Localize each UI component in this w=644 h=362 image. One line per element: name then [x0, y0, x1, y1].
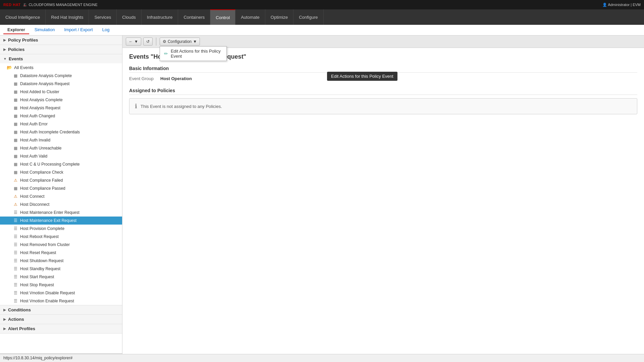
- main-nav: Cloud Intelligence Red Hat Insights Serv…: [0, 9, 644, 25]
- sidebar-item-host-vmotion-enable-request[interactable]: ☰ Host Vmotion Enable Request: [0, 297, 122, 305]
- info-table: Event Group Host Operation: [129, 76, 637, 81]
- sidebar-item-host-added-to-cluster[interactable]: ▦ Host Added to Cluster: [0, 88, 122, 96]
- sidebar-item-host-auth-invalid[interactable]: ▦ Host Auth Invalid: [0, 136, 122, 144]
- config-arrow: ▼: [193, 39, 197, 44]
- main-layout: ▶ Policy Profiles ▶ Policies ▼ Events 📂 …: [0, 36, 644, 362]
- back-button[interactable]: ← ▼: [126, 38, 141, 46]
- sidebar-header-policy-profiles[interactable]: ▶ Policy Profiles: [0, 36, 122, 45]
- sidebar-item-host-cu-processing-complete[interactable]: ▦ Host C & U Processing Complete: [0, 160, 122, 168]
- nav-automate[interactable]: Automate: [235, 9, 265, 25]
- sidebar-item-host-auth-incomplete-credentials[interactable]: ▦ Host Auth Incomplete Credentials: [0, 128, 122, 136]
- tab-import-export[interactable]: Import / Export: [60, 26, 97, 34]
- sidebar-header-events[interactable]: ▼ Events: [0, 54, 122, 63]
- chevron-right-icon-alert-profiles: ▶: [3, 327, 6, 330]
- refresh-button[interactable]: ↺: [143, 38, 153, 46]
- sidebar-item-host-reboot-request[interactable]: ☰ Host Reboot Request: [0, 233, 122, 241]
- event-icon: ▦: [13, 162, 18, 167]
- conditions-label: Conditions: [8, 307, 31, 312]
- sidebar-item-datastore-analysis-complete[interactable]: ▦ Datastore Analysis Complete: [0, 72, 122, 80]
- user-icon: 👤: [602, 3, 607, 7]
- event-group-value: Host Operation: [160, 76, 192, 81]
- sidebar-header-conditions[interactable]: ▶ Conditions: [0, 305, 122, 314]
- sidebar-header-actions[interactable]: ▶ Actions: [0, 315, 122, 324]
- config-label: Configuration: [168, 39, 192, 44]
- sidebar-item-host-maintenance-enter-request[interactable]: ☰ Host Maintenance Enter Request: [0, 208, 122, 217]
- menu-item-edit-actions[interactable]: ✏ Edit Actions for this Policy Event: [160, 47, 226, 61]
- sidebar-item-host-provision-complete[interactable]: ☰ Host Provision Complete: [0, 225, 122, 233]
- warning-icon: ⚠: [13, 194, 18, 199]
- event-icon: ▦: [13, 121, 18, 127]
- item-label: Host Auth Valid: [20, 154, 47, 159]
- sidebar-header-policies[interactable]: ▶ Policies: [0, 45, 122, 54]
- event-icon: ▦: [13, 154, 18, 159]
- sidebar-item-host-connect[interactable]: ⚠ Host Connect: [0, 192, 122, 200]
- sidebar-item-host-compliance-passed[interactable]: ▦ Host Compliance Passed: [0, 184, 122, 192]
- sidebar-item-host-reset-request[interactable]: ☰ Host Reset Request: [0, 249, 122, 257]
- sidebar-item-host-shutdown-request[interactable]: ☰ Host Shutdown Request: [0, 257, 122, 265]
- event-icon: ▦: [13, 145, 18, 151]
- all-events-group[interactable]: 📂 All Events: [0, 63, 122, 72]
- nav-infrastructure[interactable]: Infrastructure: [142, 9, 178, 25]
- sidebar-item-host-vmotion-disable-request[interactable]: ☰ Host Vmotion Disable Request: [0, 289, 122, 297]
- back-icon: ←: [129, 39, 133, 44]
- item-label: Host Auth Unreachable: [20, 146, 61, 150]
- sidebar-item-host-compliance-check[interactable]: ▦ Host Compliance Check: [0, 168, 122, 176]
- sidebar-item-host-removed-from-cluster[interactable]: ☰ Host Removed from Cluster: [0, 241, 122, 249]
- sidebar-item-host-maintenance-exit-request[interactable]: ☰ Host Maintenance Exit Request: [0, 217, 122, 225]
- list-icon-selected: ☰: [13, 218, 18, 223]
- tab-explorer[interactable]: Explorer: [3, 26, 29, 34]
- sidebar-section-policy-profiles: ▶ Policy Profiles: [0, 36, 122, 45]
- item-label: Datastore Analysis Request: [20, 81, 69, 86]
- sidebar-item-host-auth-valid[interactable]: ▦ Host Auth Valid: [0, 152, 122, 160]
- chevron-right-icon: ▶: [3, 38, 6, 42]
- nav-containers[interactable]: Containers: [178, 9, 210, 25]
- back-arrow: ▼: [134, 39, 138, 44]
- sidebar-item-host-auth-unreachable[interactable]: ▦ Host Auth Unreachable: [0, 144, 122, 152]
- sidebar-section-policies: ▶ Policies: [0, 45, 122, 54]
- item-label: Host Vmotion Disable Request: [20, 291, 75, 295]
- sidebar-item-host-analysis-request[interactable]: ▦ Host Analysis Request: [0, 104, 122, 112]
- actions-label: Actions: [8, 317, 24, 322]
- nav-cloud-intelligence[interactable]: Cloud Intelligence: [0, 9, 46, 25]
- event-icon: ▦: [13, 170, 18, 175]
- nav-optimize[interactable]: Optimize: [265, 9, 293, 25]
- event-icon: ▦: [13, 73, 18, 78]
- sidebar-header-alert-profiles[interactable]: ▶ Alert Profiles: [0, 324, 122, 333]
- nav-clouds[interactable]: Clouds: [117, 9, 141, 25]
- nav-configure[interactable]: Configure: [293, 9, 323, 25]
- sidebar-item-host-auth-changed[interactable]: ▦ Host Auth Changed: [0, 112, 122, 120]
- item-label: Host Maintenance Enter Request: [20, 210, 79, 215]
- sidebar-item-host-disconnect[interactable]: ⚠ Host Disconnect: [0, 200, 122, 208]
- policies-label: Policies: [8, 47, 24, 52]
- sidebar-item-host-stop-request[interactable]: ☰ Host Stop Request: [0, 281, 122, 289]
- sidebar-item-host-auth-error[interactable]: ▦ Host Auth Error: [0, 120, 122, 128]
- event-icon: ▦: [13, 186, 18, 191]
- warning-icon: ⚠: [13, 178, 18, 183]
- hat-icon: 🎩: [23, 3, 27, 7]
- list-icon: ☰: [13, 226, 18, 231]
- sidebar-item-host-analysis-complete[interactable]: ▦ Host Analysis Complete: [0, 96, 122, 104]
- nav-control[interactable]: Control: [210, 9, 235, 25]
- tab-simulation[interactable]: Simulation: [31, 26, 59, 34]
- sidebar-item-host-start-request[interactable]: ☰ Host Start Request: [0, 273, 122, 281]
- item-label: Host Removed from Cluster: [20, 242, 70, 247]
- nav-red-hat-insights[interactable]: Red Hat Insights: [46, 9, 89, 25]
- list-icon: ☰: [13, 298, 18, 304]
- item-label: Host Reset Request: [20, 250, 56, 255]
- nav-services[interactable]: Services: [89, 9, 117, 25]
- sidebar-item-host-standby-request[interactable]: ☰ Host Standby Request: [0, 265, 122, 273]
- status-url: https://10.8.30.14/miq_policy/explorer#: [3, 356, 72, 360]
- sidebar-item-host-compliance-failed[interactable]: ⚠ Host Compliance Failed: [0, 176, 122, 184]
- list-icon: ☰: [13, 210, 18, 215]
- event-group-label: Event Group: [129, 76, 154, 81]
- configuration-button[interactable]: ⚙ Configuration ▼: [160, 38, 200, 46]
- list-icon: ☰: [13, 282, 18, 288]
- item-label: Host Analysis Request: [20, 106, 60, 110]
- tab-log[interactable]: Log: [98, 26, 114, 34]
- sidebar-item-datastore-analysis-request[interactable]: ▦ Datastore Analysis Request: [0, 80, 122, 88]
- top-bar: RED HAT 🎩 CLOUDFORMS MANAGEMENT ENGINE 👤…: [0, 0, 644, 9]
- toolbar-divider: [156, 38, 156, 46]
- chevron-right-icon-actions: ▶: [3, 317, 6, 321]
- assigned-policies-title: Assigned to Policies: [129, 88, 637, 95]
- edit-actions-label: Edit Actions for this Policy Event: [171, 49, 222, 59]
